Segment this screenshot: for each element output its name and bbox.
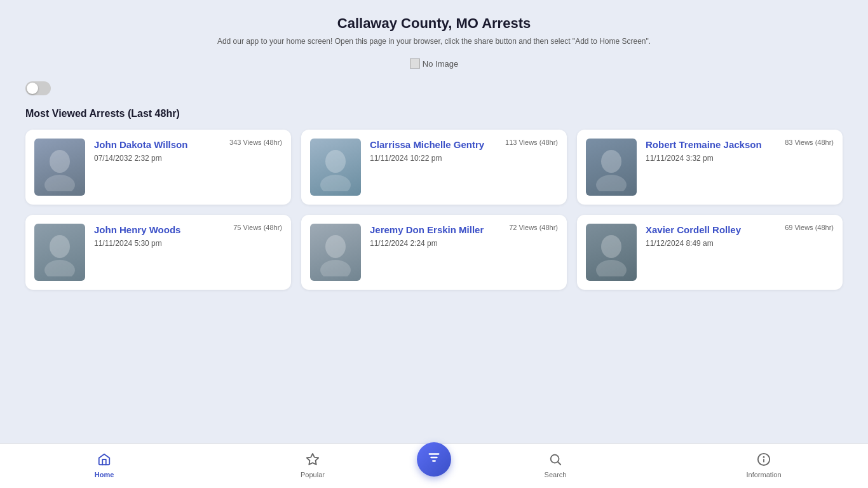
arrest-card-5[interactable]: Jeremy Don Erskin Miller 11/12/2024 2:24… (301, 215, 567, 290)
arrest-views-1: 343 Views (48hr) (229, 139, 282, 146)
arrest-views-5: 72 Views (48hr) (509, 224, 558, 231)
nav-search[interactable]: Search (451, 452, 660, 478)
svg-point-2 (325, 150, 346, 173)
page-subtitle: Add our app to your home screen! Open th… (25, 37, 843, 46)
svg-point-11 (596, 260, 627, 276)
arrest-views-2: 113 Views (48hr) (505, 139, 558, 146)
popular-icon (306, 452, 320, 470)
arrest-card-1[interactable]: John Dakota Willson 07/14/2032 2:32 pm 3… (25, 130, 291, 205)
arrest-card-3[interactable]: Robert Tremaine Jackson 11/11/2024 3:32 … (577, 130, 843, 205)
arrest-date-3: 11/11/2024 3:32 pm (646, 154, 834, 163)
nav-popular-label: Popular (301, 471, 325, 478)
arrest-photo-2 (310, 139, 361, 196)
arrest-card-6[interactable]: Xavier Cordell Rolley 11/12/2024 8:49 am… (577, 215, 843, 290)
svg-point-9 (320, 260, 351, 276)
nav-home-label: Home (95, 471, 114, 478)
nav-search-label: Search (545, 471, 567, 478)
arrest-views-3: 83 Views (48hr) (785, 139, 834, 146)
nav-information-label: Information (746, 471, 781, 478)
arrest-card-4[interactable]: John Henry Woods 11/11/2024 5:30 pm 75 V… (25, 215, 291, 290)
arrest-date-4: 11/11/2024 5:30 pm (94, 239, 282, 248)
arrest-photo-1 (34, 139, 85, 196)
svg-marker-12 (307, 454, 318, 464)
page-title: Callaway County, MO Arrests (25, 15, 843, 32)
search-icon (548, 452, 562, 470)
arrest-views-4: 75 Views (48hr) (233, 224, 282, 231)
svg-point-10 (601, 235, 621, 258)
toggle-knob (27, 83, 38, 94)
arrest-photo-5 (310, 224, 361, 281)
svg-point-3 (320, 175, 351, 191)
arrest-date-1: 07/14/2032 2:32 pm (94, 154, 282, 163)
filter-icon (427, 451, 441, 468)
svg-point-0 (50, 150, 70, 173)
information-icon (757, 452, 771, 470)
arrest-photo-3 (586, 139, 637, 196)
arrest-views-6: 69 Views (48hr) (785, 224, 834, 231)
arrest-photo-6 (586, 224, 637, 281)
nav-popular[interactable]: Popular (208, 452, 417, 478)
svg-point-6 (50, 235, 70, 258)
arrest-card-2[interactable]: Clarrissa Michelle Gentry 11/11/2024 10:… (301, 130, 567, 205)
no-image-section: No Image (25, 58, 843, 71)
svg-point-4 (601, 150, 621, 173)
section-title: Most Viewed Arrests (Last 48hr) (25, 108, 843, 119)
bottom-nav: Home Popular Search (0, 444, 868, 488)
svg-line-17 (558, 462, 560, 464)
svg-point-16 (551, 455, 559, 463)
nav-home[interactable]: Home (0, 452, 208, 478)
arrest-date-2: 11/11/2024 10:22 pm (370, 154, 558, 163)
arrest-photo-4 (34, 224, 85, 281)
svg-point-8 (325, 235, 346, 258)
nav-information[interactable]: Information (660, 452, 868, 478)
svg-point-5 (596, 175, 627, 191)
no-image-label: No Image (410, 58, 458, 69)
arrests-grid: John Dakota Willson 07/14/2032 2:32 pm 3… (25, 130, 843, 290)
arrest-date-6: 11/12/2024 8:49 am (646, 239, 834, 248)
nav-center-button[interactable] (417, 442, 451, 477)
svg-point-7 (44, 260, 75, 276)
home-icon (97, 452, 111, 470)
arrest-date-5: 11/12/2024 2:24 pm (370, 239, 558, 248)
toggle-switch[interactable] (25, 81, 51, 95)
svg-point-1 (44, 175, 75, 191)
